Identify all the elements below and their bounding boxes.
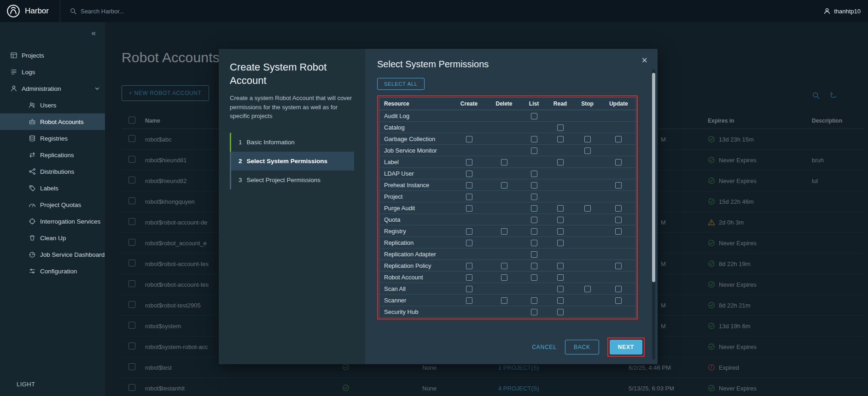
scrollbar-thumb[interactable] [652, 73, 655, 282]
permission-checkbox[interactable] [557, 286, 564, 292]
sidebar-item-interrogation-services[interactable]: Interrogation Services [0, 213, 105, 230]
permission-checkbox[interactable] [615, 286, 622, 292]
sidebar-item-administration[interactable]: Administration [0, 80, 105, 97]
permission-checkbox[interactable] [584, 205, 591, 212]
permission-cell-update [601, 145, 636, 156]
permission-checkbox[interactable] [615, 159, 622, 165]
sidebar-item-users[interactable]: Users [0, 97, 105, 113]
perm-column-read: Read [547, 98, 574, 110]
permission-checkbox[interactable] [466, 263, 472, 269]
permission-checkbox[interactable] [584, 136, 591, 142]
permission-checkbox[interactable] [584, 286, 591, 292]
modal-scrollbar[interactable] [652, 69, 655, 360]
wizard-step-3[interactable]: 3Select Project Permissions [230, 171, 354, 189]
step-label: Select Project Permissions [247, 177, 321, 183]
global-search-input[interactable] [81, 8, 237, 15]
permission-checkbox[interactable] [531, 309, 537, 315]
sidebar-item-project-quotas[interactable]: Project Quotas [0, 196, 105, 213]
permission-cell-list [521, 122, 547, 133]
sidebar-item-label: Users [40, 102, 56, 109]
permission-checkbox[interactable] [466, 240, 472, 246]
permission-checkbox[interactable] [466, 205, 472, 212]
back-button[interactable]: BACK [565, 340, 599, 355]
permission-checkbox[interactable] [466, 228, 472, 235]
next-button[interactable]: NEXT [610, 340, 642, 355]
sidebar-item-replications[interactable]: Replications [0, 147, 105, 163]
user-menu[interactable]: thanhtp10 [823, 7, 868, 15]
permission-checkbox[interactable] [531, 148, 537, 154]
permission-checkbox[interactable] [584, 148, 591, 154]
permission-checkbox[interactable] [501, 182, 507, 189]
permission-checkbox[interactable] [557, 217, 564, 223]
close-icon[interactable]: × [641, 55, 647, 65]
permission-checkbox[interactable] [501, 297, 507, 304]
permission-checkbox[interactable] [557, 263, 564, 269]
permission-checkbox[interactable] [557, 240, 564, 246]
sidebar-item-labels[interactable]: Labels [0, 180, 105, 196]
permission-checkbox[interactable] [501, 274, 507, 281]
permission-cell-list [521, 283, 547, 295]
select-all-button[interactable]: SELECT ALL [377, 78, 425, 90]
permission-cell-create [451, 202, 487, 214]
wizard-step-1[interactable]: 1Basic Information [230, 133, 354, 152]
permission-checkbox[interactable] [531, 240, 537, 246]
permission-checkbox[interactable] [531, 297, 537, 304]
sidebar-item-registries[interactable]: Registries [0, 130, 105, 147]
permission-checkbox[interactable] [557, 309, 564, 315]
permission-checkbox[interactable] [466, 159, 472, 165]
permission-checkbox[interactable] [501, 263, 507, 269]
permission-checkbox[interactable] [531, 136, 537, 142]
sidebar-item-distributions[interactable]: Distributions [0, 163, 105, 180]
brand[interactable]: Harbor [0, 0, 60, 22]
permission-checkbox[interactable] [615, 136, 622, 142]
permission-checkbox[interactable] [466, 297, 472, 304]
permission-checkbox[interactable] [557, 124, 564, 131]
permission-checkbox[interactable] [557, 205, 564, 212]
permission-checkbox[interactable] [466, 136, 472, 142]
step-label: Basic Information [247, 139, 295, 146]
permission-checkbox[interactable] [615, 205, 622, 212]
permission-checkbox[interactable] [531, 274, 537, 281]
sidebar-item-job-service-dashboard[interactable]: Job Service Dashboard [0, 246, 105, 263]
permission-checkbox[interactable] [531, 113, 537, 119]
permission-checkbox[interactable] [466, 274, 472, 281]
permission-row: Replication [379, 237, 636, 248]
permission-checkbox[interactable] [466, 194, 472, 200]
theme-toggle[interactable]: LIGHT [17, 381, 35, 388]
permission-resource: Security Hub [379, 306, 451, 318]
permission-checkbox[interactable] [557, 274, 564, 281]
permission-checkbox[interactable] [531, 263, 537, 269]
permission-checkbox[interactable] [501, 159, 507, 165]
sidebar-item-projects[interactable]: Projects [0, 47, 105, 64]
wizard-step-2[interactable]: 2Select System Permissions [230, 152, 354, 171]
permission-checkbox[interactable] [531, 171, 537, 177]
sidebar-item-robot-accounts[interactable]: Robot Accounts [0, 113, 105, 130]
permission-checkbox[interactable] [615, 182, 622, 189]
permission-checkbox[interactable] [557, 297, 564, 304]
permission-checkbox[interactable] [531, 251, 537, 258]
permission-checkbox[interactable] [615, 228, 622, 235]
permission-checkbox[interactable] [557, 159, 564, 165]
permission-checkbox[interactable] [466, 182, 472, 189]
permission-cell-delete [487, 283, 521, 295]
permission-checkbox[interactable] [615, 263, 622, 269]
permission-checkbox[interactable] [531, 182, 537, 189]
permission-checkbox[interactable] [531, 217, 537, 223]
permission-checkbox[interactable] [531, 228, 537, 235]
cancel-button[interactable]: CANCEL [532, 344, 556, 350]
permission-checkbox[interactable] [466, 171, 472, 177]
permission-checkbox[interactable] [531, 194, 537, 200]
sidebar-item-clean-up[interactable]: Clean Up [0, 230, 105, 246]
sidebar-item-configuration[interactable]: Configuration [0, 263, 105, 279]
permission-resource: Purge Audit [379, 202, 451, 214]
permission-checkbox[interactable] [557, 136, 564, 142]
permission-checkbox[interactable] [557, 228, 564, 235]
permission-checkbox[interactable] [466, 286, 472, 292]
collapse-sidebar-icon[interactable]: « [92, 29, 96, 38]
permission-checkbox[interactable] [531, 205, 537, 212]
permission-checkbox[interactable] [615, 297, 622, 304]
permission-checkbox[interactable] [615, 217, 622, 223]
sidebar-item-logs[interactable]: Logs [0, 64, 105, 80]
permission-row: LDAP User [379, 168, 636, 179]
permission-checkbox[interactable] [501, 228, 507, 235]
